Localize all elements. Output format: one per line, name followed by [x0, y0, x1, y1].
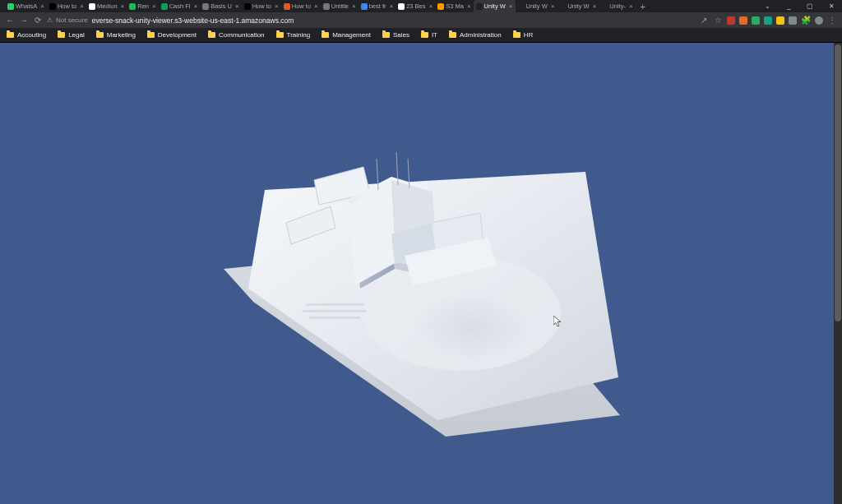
chevron-down-icon[interactable]: ⌄: [756, 0, 778, 12]
bookmark-star-button[interactable]: ☆: [713, 16, 723, 25]
tab-label: Unity W: [526, 2, 548, 10]
tab-close-icon[interactable]: ×: [314, 2, 318, 10]
tab-close-icon[interactable]: ×: [40, 2, 44, 10]
tab-favicon-icon: [284, 3, 290, 10]
svg-rect-18: [303, 310, 367, 312]
nav-forward-button[interactable]: →: [19, 16, 29, 25]
svg-rect-17: [306, 303, 363, 306]
nav-back-button[interactable]: ←: [5, 16, 15, 25]
tab-favicon-icon: [559, 3, 566, 10]
tab-close-icon[interactable]: ×: [194, 2, 198, 10]
tab-close-icon[interactable]: ×: [80, 2, 84, 10]
scrollbar-thumb[interactable]: [835, 44, 841, 321]
bookmark-folder[interactable]: Administration: [449, 31, 502, 39]
browser-tab[interactable]: How to×: [242, 0, 281, 12]
warning-icon: ⚠: [47, 16, 53, 24]
tab-label: 23 Bes: [406, 2, 425, 10]
tab-label: Ren: [137, 2, 149, 10]
tab-close-icon[interactable]: ×: [121, 2, 125, 10]
browser-tab[interactable]: WhatsA×: [5, 0, 47, 12]
folder-icon: [449, 32, 456, 38]
bookmark-folder[interactable]: Marketing: [96, 31, 136, 39]
folder-icon: [58, 32, 65, 38]
ext-green-icon[interactable]: [752, 16, 760, 25]
tab-close-icon[interactable]: ×: [467, 2, 471, 10]
ext-gray-icon[interactable]: [789, 16, 797, 25]
tab-close-icon[interactable]: ×: [152, 2, 156, 10]
tab-close-icon[interactable]: ×: [429, 2, 433, 10]
folder-icon: [513, 32, 520, 38]
omnibox[interactable]: everse-snack-unity-viewer.s3-website-us-…: [92, 16, 695, 25]
bookmark-folder[interactable]: HR: [513, 31, 534, 39]
share-button[interactable]: ↗: [699, 16, 709, 25]
tab-label: How to: [252, 2, 271, 10]
folder-icon: [7, 32, 14, 38]
browser-tab[interactable]: Untitle×: [321, 0, 359, 12]
tab-close-icon[interactable]: ×: [235, 2, 239, 10]
window-close-button[interactable]: ✕: [821, 0, 842, 12]
bookmark-folder[interactable]: Communication: [208, 31, 265, 39]
more-menu-button[interactable]: ⋮: [827, 16, 837, 25]
browser-tab[interactable]: best fr×: [359, 0, 396, 12]
new-tab-button[interactable]: +: [636, 2, 650, 12]
tab-favicon-icon: [202, 3, 209, 10]
bookmark-label: Sales: [393, 31, 409, 39]
browser-tab[interactable]: Unity W×: [474, 0, 516, 12]
browser-tab[interactable]: How to×: [281, 0, 321, 12]
tab-close-icon[interactable]: ×: [593, 2, 597, 10]
tab-favicon-icon: [437, 3, 444, 10]
page-viewport[interactable]: [0, 43, 842, 504]
profile-avatar[interactable]: [815, 16, 823, 25]
window-maximize-button[interactable]: ▢: [799, 0, 821, 12]
tab-label: best fr: [369, 2, 386, 10]
browser-tab[interactable]: Unity W×: [557, 0, 599, 12]
browser-tab[interactable]: Cash Fl×: [159, 0, 201, 12]
ext-green2-icon[interactable]: [764, 16, 772, 25]
ext-yellow-icon[interactable]: [776, 16, 784, 25]
tab-close-icon[interactable]: ×: [352, 2, 356, 10]
browser-tab[interactable]: 23 Bes×: [396, 0, 435, 12]
bookmark-folder[interactable]: Management: [322, 31, 371, 39]
browser-tab[interactable]: How to×: [47, 0, 86, 12]
window-minimize-button[interactable]: ⎯: [778, 0, 799, 12]
nav-reload-button[interactable]: ⟳: [33, 16, 43, 25]
browser-tab[interactable]: Unity-×: [599, 0, 635, 12]
unity-canvas-3d-scene[interactable]: [191, 83, 651, 445]
window-controls: ⌄ ⎯ ▢ ✕: [756, 0, 842, 12]
bookmark-label: IT: [432, 31, 437, 39]
tab-label: Mediun: [97, 2, 118, 10]
extensions-puzzle-icon[interactable]: 🧩: [801, 16, 811, 25]
bookmark-folder[interactable]: Legal: [58, 31, 85, 39]
tab-label: Unity W: [484, 2, 506, 10]
tab-label: Basis U: [210, 2, 232, 10]
bookmark-folder[interactable]: Accouting: [7, 31, 46, 39]
tab-favicon-icon: [129, 3, 136, 10]
bookmark-folder[interactable]: IT: [421, 31, 437, 39]
browser-tab[interactable]: Unity W×: [516, 0, 557, 12]
tab-close-icon[interactable]: ×: [275, 2, 279, 10]
browser-tab[interactable]: Basis U×: [200, 0, 242, 12]
tab-close-icon[interactable]: ×: [551, 2, 555, 10]
bookmark-folder[interactable]: Training: [276, 31, 311, 39]
tab-label: WhatsA: [16, 2, 37, 10]
tab-favicon-icon: [361, 3, 368, 10]
browser-tab[interactable]: Mediun×: [86, 0, 127, 12]
ext-orange-icon[interactable]: [739, 16, 747, 25]
browser-tab[interactable]: Ren×: [127, 0, 158, 12]
tab-favicon-icon: [476, 3, 483, 10]
bookmark-folder[interactable]: Sales: [382, 31, 409, 39]
security-indicator[interactable]: ⚠ Not secure: [47, 16, 88, 24]
browser-tab[interactable]: S3 Ma×: [435, 0, 473, 12]
tab-favicon-icon: [601, 3, 608, 10]
vertical-scrollbar[interactable]: [834, 43, 842, 504]
terrain-model-svg: [191, 83, 651, 445]
ext-red-icon[interactable]: [727, 16, 735, 25]
bookmark-label: Accouting: [17, 31, 46, 39]
tab-close-icon[interactable]: ×: [390, 2, 394, 10]
tab-favicon-icon: [49, 3, 56, 10]
tab-close-icon[interactable]: ×: [509, 2, 513, 10]
bookmark-folder[interactable]: Development: [147, 31, 197, 39]
tab-close-icon[interactable]: ×: [629, 2, 633, 10]
tab-favicon-icon: [323, 3, 330, 10]
bookmark-bar: AccoutingLegalMarketingDevelopmentCommun…: [0, 28, 842, 43]
